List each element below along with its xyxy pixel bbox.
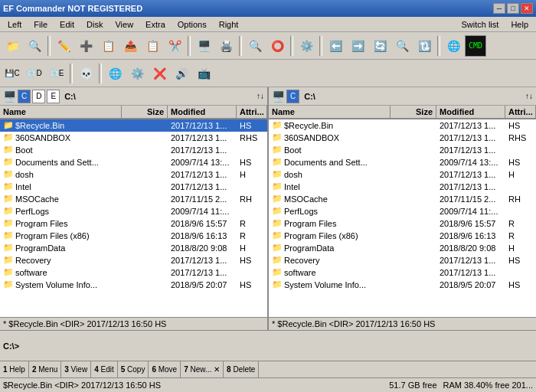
tb-find[interactable]: 🔍 xyxy=(244,35,266,57)
file-name: dosh xyxy=(284,170,302,179)
right-file-row[interactable]: 📁 software 2017/12/13 1... xyxy=(269,266,536,279)
fkey-4[interactable]: 4 Edit xyxy=(91,361,118,377)
left-file-row[interactable]: 📁 Recovery 2017/12/13 1... HS xyxy=(0,254,267,266)
fkey-8[interactable]: 8 Delete xyxy=(224,361,259,377)
close-button[interactable]: ✕ xyxy=(521,3,533,14)
menu-view[interactable]: View xyxy=(109,18,139,31)
left-file-list[interactable]: Name Size Modified Attri... 📁 $Recycle.B… xyxy=(0,106,267,317)
tb2-close[interactable]: ❌ xyxy=(149,63,170,84)
left-drive-d[interactable]: D xyxy=(32,90,45,103)
menu-file[interactable]: File xyxy=(28,18,54,31)
right-file-row[interactable]: 📁 Intel 2017/12/13 1... xyxy=(269,181,536,193)
menu-switch-list[interactable]: Switch list xyxy=(455,18,505,31)
tb2-globe[interactable]: 🌐 xyxy=(104,63,126,84)
folder-icon: 📁 xyxy=(272,120,283,130)
right-drive-c[interactable]: C xyxy=(286,90,299,103)
maximize-button[interactable]: □ xyxy=(507,3,519,14)
tb-drive[interactable]: 🖥️ xyxy=(193,35,214,57)
tb-nav-fwd[interactable]: ➡️ xyxy=(347,35,368,57)
toolbar-separator-6 xyxy=(437,36,440,56)
tb-cmd[interactable]: CMD xyxy=(465,35,486,57)
left-file-row[interactable]: 📁 dosh 2017/12/13 1... H xyxy=(0,168,267,181)
app-window: EF Commander NOT REGISTERED ─ □ ✕ Left F… xyxy=(0,0,536,392)
left-drive-e[interactable]: E xyxy=(47,90,60,103)
fkey-1[interactable]: 1 Help xyxy=(0,361,29,377)
file-name: Program Files (x86) xyxy=(284,231,358,240)
right-file-row[interactable]: 📁 $Recycle.Bin 2017/12/13 1... HS xyxy=(269,119,536,132)
right-file-list[interactable]: Name Size Modified Attri... 📁 $Recycle.B… xyxy=(269,106,536,317)
right-file-row[interactable]: 📁 Program Files (x86) 2018/9/6 16:13 R xyxy=(269,230,536,242)
menu-edit[interactable]: Edit xyxy=(54,18,80,31)
left-file-row[interactable]: 📁 MSOCache 2017/11/15 2... RH xyxy=(0,193,267,205)
fkey-2[interactable]: 2 Menu xyxy=(29,361,61,377)
tb-sync[interactable]: 🔃 xyxy=(413,35,435,57)
file-modified: 2018/9/5 20:07 xyxy=(436,280,505,289)
tb2-video[interactable]: 📺 xyxy=(193,63,214,84)
tb2-audio[interactable]: 🔊 xyxy=(171,63,192,84)
file-name: $Recycle.Bin xyxy=(15,121,64,130)
tb2-skull[interactable]: 💀 xyxy=(75,63,96,84)
menu-extra[interactable]: Extra xyxy=(139,18,172,31)
tb-cut[interactable]: ✂️ xyxy=(164,35,185,57)
tb2-gear[interactable]: ⚙️ xyxy=(126,63,148,84)
left-drive-c[interactable]: C xyxy=(18,90,31,103)
tb-nav-back[interactable]: ⬅️ xyxy=(325,35,346,57)
left-file-row[interactable]: 📁 Program Files (x86) 2018/9/6 16:13 R xyxy=(0,230,267,242)
right-file-header: Name Size Modified Attri... xyxy=(269,106,536,119)
right-file-row[interactable]: 📁 MSOCache 2017/11/15 2... RH xyxy=(269,193,536,205)
tb-circle[interactable]: ⭕ xyxy=(266,35,288,57)
left-file-row[interactable]: 📁 360SANDBOX 2017/12/13 1... RHS xyxy=(0,132,267,144)
left-file-row[interactable]: 📁 PerfLogs 2009/7/14 11:... xyxy=(0,205,267,217)
file-name: Program Files xyxy=(284,219,336,228)
left-file-row[interactable]: 📁 Program Files 2018/9/6 15:57 R xyxy=(0,217,267,230)
tb-search[interactable]: 🔍 xyxy=(24,35,45,57)
toolbar-1: 📁 🔍 ✏️ ➕ 📋 📤 📋 ✂️ 🖥️ 🖨️ 🔍 ⭕ ⚙️ ⬅️ ➡️ 🔄 🔍… xyxy=(0,32,536,60)
right-file-row[interactable]: 📁 360SANDBOX 2017/12/13 1... RHS xyxy=(269,132,536,144)
left-file-row[interactable]: 📁 software 2017/12/13 1... xyxy=(0,266,267,279)
file-name: MSOCache xyxy=(284,194,328,204)
right-file-row[interactable]: 📁 Documents and Sett... 2009/7/14 13:...… xyxy=(269,156,536,168)
right-file-row[interactable]: 📁 dosh 2017/12/13 1... H xyxy=(269,168,536,181)
file-modified: 2009/7/14 11:... xyxy=(168,207,237,216)
file-name: Program Files (x86) xyxy=(15,231,90,240)
tb-paste[interactable]: 📋 xyxy=(142,35,163,57)
file-modified: 2017/12/13 1... xyxy=(168,133,237,142)
menu-right[interactable]: Right xyxy=(213,18,245,31)
right-file-row[interactable]: 📁 PerfLogs 2009/7/14 11:... xyxy=(269,205,536,217)
tb-copy1[interactable]: 📋 xyxy=(97,35,119,57)
left-file-row[interactable]: 📁 Boot 2017/12/13 1... xyxy=(0,144,267,156)
tb-print[interactable]: 🖨️ xyxy=(215,35,237,57)
minimize-button[interactable]: ─ xyxy=(493,3,505,14)
tb-refresh[interactable]: 🔄 xyxy=(369,35,391,57)
tb-settings[interactable]: ⚙️ xyxy=(296,35,317,57)
tb-web[interactable]: 🌐 xyxy=(443,35,464,57)
fkey-6[interactable]: 6 Move xyxy=(149,361,181,377)
left-file-row[interactable]: 📁 Documents and Sett... 2009/7/14 13:...… xyxy=(0,156,267,168)
right-file-row[interactable]: 📁 Recovery 2017/12/13 1... HS xyxy=(269,254,536,266)
tb-search2[interactable]: 🔍 xyxy=(391,35,413,57)
left-file-row[interactable]: 📁 ProgramData 2018/8/20 9:08 H xyxy=(0,242,267,254)
tb2-drive-d[interactable]: 💿D xyxy=(24,63,45,84)
right-file-row[interactable]: 📁 Boot 2017/12/13 1... xyxy=(269,144,536,156)
right-file-row[interactable]: 📁 Program Files 2018/9/6 15:57 R xyxy=(269,217,536,230)
folder-icon: 📁 xyxy=(3,194,14,204)
left-file-row[interactable]: 📁 $Recycle.Bin 2017/12/13 1... HS xyxy=(0,119,267,132)
menu-disk[interactable]: Disk xyxy=(80,18,109,31)
fkey-3[interactable]: 3 View xyxy=(61,361,91,377)
left-file-row[interactable]: 📁 Intel 2017/12/13 1... xyxy=(0,181,267,193)
fkey-7[interactable]: 7 New... ✕ xyxy=(181,361,224,377)
tb2-drive-c[interactable]: 💾C xyxy=(2,63,23,84)
tb-new[interactable]: ➕ xyxy=(75,35,96,57)
tb-open-folder[interactable]: 📁 xyxy=(2,35,23,57)
left-path-display: C:\ xyxy=(64,92,76,101)
tb-edit[interactable]: ✏️ xyxy=(53,35,74,57)
menu-help[interactable]: Help xyxy=(505,18,534,31)
right-file-row[interactable]: 📁 ProgramData 2018/8/20 9:08 H xyxy=(269,242,536,254)
right-file-row[interactable]: 📁 System Volume Info... 2018/9/5 20:07 H… xyxy=(269,279,536,291)
left-file-row[interactable]: 📁 System Volume Info... 2018/9/5 20:07 H… xyxy=(0,279,267,291)
fkey-5[interactable]: 5 Copy xyxy=(118,361,149,377)
menu-options[interactable]: Options xyxy=(172,18,213,31)
tb2-drive-e[interactable]: 💿E xyxy=(46,63,67,84)
tb-copy2[interactable]: 📤 xyxy=(119,35,141,57)
menu-left[interactable]: Left xyxy=(2,18,28,31)
